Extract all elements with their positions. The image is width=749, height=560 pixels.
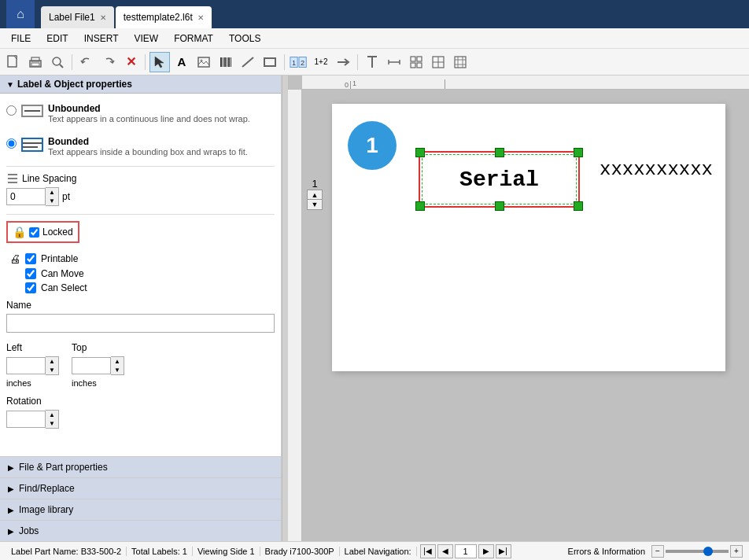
serial-text: Serial [459, 168, 539, 192]
nav-next[interactable]: ▶ [478, 544, 494, 558]
left-panel: ▼ Label & Object properties Unbounded Te… [0, 76, 282, 541]
handle-bm[interactable] [495, 201, 504, 211]
line-spacing-spinner[interactable]: 0 ▲ ▼ [6, 187, 59, 206]
menu-edit[interactable]: EDIT [39, 31, 76, 46]
tab-testtemplate[interactable]: testtemplate2.l6t ✕ [116, 6, 212, 28]
menu-file[interactable]: FILE [3, 31, 39, 46]
image-button[interactable] [194, 52, 214, 72]
nav-prev[interactable]: ◀ [437, 544, 453, 558]
left-up[interactable]: ▲ [46, 357, 58, 366]
text-button[interactable]: A [172, 52, 192, 72]
svg-rect-28 [411, 63, 415, 68]
search-button[interactable] [47, 52, 68, 72]
top-input[interactable]: 0.29 [72, 357, 111, 374]
image-library-header[interactable]: ▶ Image library [0, 499, 281, 520]
unbounded-option[interactable]: Unbounded Text appears in a continuous l… [6, 100, 275, 127]
jobs-header[interactable]: ▶ Jobs [0, 521, 281, 541]
counter-button[interactable]: 12 [289, 52, 309, 72]
nav-first[interactable]: |◀ [420, 544, 436, 558]
line-spacing-input[interactable]: 0 [6, 188, 46, 205]
spinner-down[interactable]: ▼ [46, 197, 58, 205]
can-move-checkbox[interactable] [25, 268, 36, 279]
select-button[interactable] [149, 52, 170, 72]
menu-insert[interactable]: INSERT [76, 31, 127, 46]
insert-text-button[interactable] [362, 52, 382, 72]
serial-box-selected[interactable]: Serial [419, 151, 580, 208]
tab-label: testtemplate2.l6t [124, 12, 193, 23]
left-arrows: ▲ ▼ [46, 356, 59, 375]
spinner-up[interactable]: ▲ [46, 188, 58, 197]
locked-checkbox[interactable] [29, 227, 39, 238]
file-part-header[interactable]: ▶ File & Part properties [0, 457, 281, 477]
close-icon[interactable]: ✕ [197, 13, 204, 22]
collapsible-sections: ▶ File & Part properties ▶ Find/Replace … [0, 456, 281, 541]
handle-bl[interactable] [415, 201, 425, 211]
can-select-checkbox[interactable] [25, 282, 36, 293]
menu-format[interactable]: FORMAT [166, 31, 221, 46]
page-down[interactable]: ▼ [308, 200, 322, 209]
zoom-handle[interactable] [703, 547, 713, 556]
find-replace-header[interactable]: ▶ Find/Replace [0, 478, 281, 499]
zoom-slider[interactable] [666, 550, 729, 553]
resize-button[interactable] [384, 52, 404, 72]
left-down[interactable]: ▼ [46, 366, 58, 374]
top-down[interactable]: ▼ [111, 366, 124, 374]
rotation-up[interactable]: ▲ [46, 411, 58, 419]
print-button[interactable] [25, 52, 46, 72]
svg-rect-6 [198, 57, 209, 67]
bounded-radio[interactable] [6, 138, 17, 149]
svg-rect-29 [417, 63, 422, 68]
delete-button[interactable]: ✕ [120, 52, 141, 72]
resize-handle[interactable] [282, 76, 288, 541]
grid2-button[interactable] [428, 52, 448, 72]
top-spinner[interactable]: 0.29 ▲ ▼ [72, 356, 124, 375]
rotation-spinner[interactable]: 0 ▲ ▼ [6, 410, 275, 429]
handle-br[interactable] [574, 201, 583, 211]
rotation-down[interactable]: ▼ [46, 419, 58, 428]
close-icon[interactable]: ✕ [100, 13, 106, 22]
bounded-option[interactable]: Bounded Text appears inside a bounding b… [6, 133, 275, 160]
barcode-button[interactable] [216, 52, 236, 72]
top-up[interactable]: ▲ [111, 357, 124, 366]
zoom-in[interactable]: + [730, 545, 743, 558]
grid3-button[interactable] [450, 52, 470, 72]
nav-last[interactable]: ▶| [496, 544, 511, 558]
handle-tr[interactable] [574, 148, 583, 157]
home-button[interactable]: ⌂ [6, 0, 35, 28]
rotation-arrows: ▲ ▼ [46, 410, 59, 429]
menu-tools[interactable]: TOOLS [221, 31, 268, 46]
tab-label: Label File1 [49, 12, 95, 23]
rotation-input[interactable]: 0 [6, 411, 46, 428]
printable-label: Printable [41, 253, 78, 264]
panel-header[interactable]: ▼ Label & Object properties [0, 76, 281, 94]
circle-number: 1 [348, 121, 397, 170]
zoom-out[interactable]: − [651, 545, 664, 558]
redo-button[interactable] [98, 52, 119, 72]
menu-bar: FILE EDIT INSERT VIEW FORMAT TOOLS [0, 28, 749, 49]
svg-text:2: 2 [301, 58, 304, 66]
divider [6, 214, 275, 215]
left-spinner[interactable]: 0.09 ▲ ▼ [6, 356, 59, 375]
line-button[interactable] [238, 52, 258, 72]
handle-tl[interactable] [415, 148, 425, 157]
label-nav-label: Label Navigation: [340, 547, 417, 556]
bounded-main-label: Bounded [48, 136, 248, 147]
nav-input[interactable]: 1 [455, 544, 477, 558]
menu-view[interactable]: VIEW [126, 31, 166, 46]
tab-labelfile1[interactable]: Label File1 ✕ [41, 6, 114, 28]
handle-tm[interactable] [495, 148, 504, 157]
svg-text:1: 1 [292, 58, 296, 66]
find-replace-label: Find/Replace [19, 483, 75, 494]
arrow-button[interactable] [333, 52, 353, 72]
left-input[interactable]: 0.09 [6, 357, 46, 374]
page-stepper[interactable]: ▲ ▼ [307, 190, 323, 210]
rect-button[interactable] [260, 52, 280, 72]
name-input[interactable] [6, 314, 275, 333]
new-button[interactable] [3, 52, 24, 72]
grid-button[interactable] [406, 52, 426, 72]
counter2-button[interactable]: 1+2 [311, 52, 331, 72]
undo-button[interactable] [76, 52, 97, 72]
page-up[interactable]: ▲ [308, 190, 322, 200]
printable-checkbox[interactable] [25, 253, 36, 264]
unbounded-radio[interactable] [6, 105, 17, 116]
